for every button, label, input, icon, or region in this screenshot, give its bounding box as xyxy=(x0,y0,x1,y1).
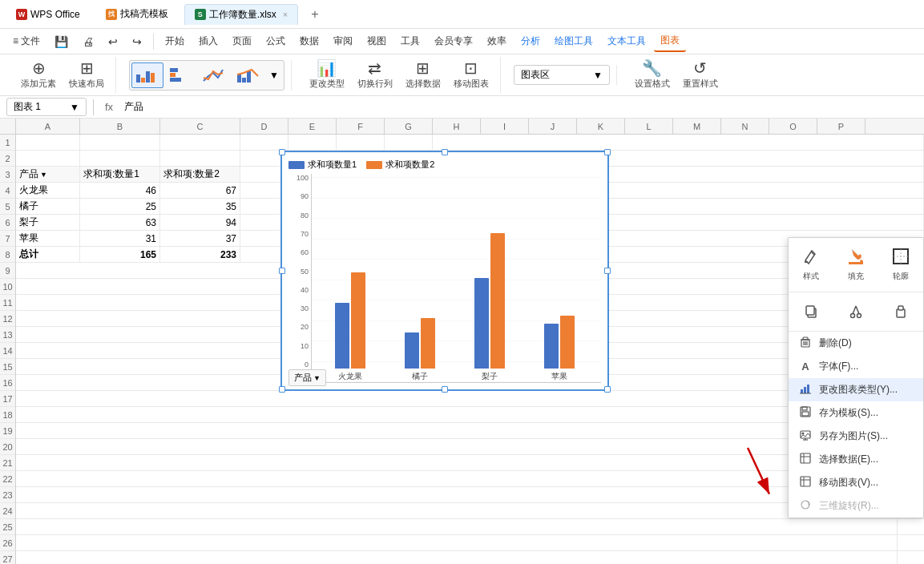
col-header-k[interactable]: K xyxy=(577,119,625,134)
cell-c6[interactable]: 94 xyxy=(160,215,240,230)
menu-print-icon[interactable]: 🖨 xyxy=(76,32,100,51)
row-header-26[interactable]: 26 xyxy=(0,535,15,551)
handle-tm[interactable] xyxy=(442,149,448,155)
col-header-d[interactable]: D xyxy=(240,119,288,134)
col-header-e[interactable]: E xyxy=(288,119,337,134)
empty-row-24[interactable] xyxy=(16,503,898,518)
handle-tr[interactable] xyxy=(604,149,611,155)
menu-data[interactable]: 数据 xyxy=(293,31,325,51)
context-font[interactable]: A 字体(F)... xyxy=(789,355,923,378)
empty-row-26[interactable] xyxy=(16,535,898,550)
tab-close-icon[interactable]: × xyxy=(283,10,288,19)
cell-a4[interactable]: 火龙果 xyxy=(16,183,80,198)
row-header-9[interactable]: 9 xyxy=(0,263,15,279)
cell-a6[interactable]: 梨子 xyxy=(16,215,80,230)
row-header-25[interactable]: 25 xyxy=(0,519,15,535)
cell-c8[interactable]: 233 xyxy=(160,247,240,262)
chart-type-bar2[interactable] xyxy=(165,62,197,88)
row-header-7[interactable]: 7 xyxy=(0,231,15,247)
cell-c2[interactable] xyxy=(160,151,240,166)
cell-a7[interactable]: 苹果 xyxy=(16,231,80,246)
handle-ml[interactable] xyxy=(279,268,285,274)
row-header-18[interactable]: 18 xyxy=(0,407,15,423)
menu-insert[interactable]: 插入 xyxy=(192,31,224,51)
cell-c3[interactable]: 求和项:数量2 xyxy=(160,167,240,182)
col-header-f[interactable]: F xyxy=(337,119,385,134)
cut-icon-btn[interactable] xyxy=(843,299,869,324)
tab-add-button[interactable]: + xyxy=(305,4,325,25)
cell-c7[interactable]: 37 xyxy=(160,231,240,246)
menu-text-tool[interactable]: 文本工具 xyxy=(601,31,652,51)
context-save-template[interactable]: 存为模板(S)... xyxy=(789,401,923,425)
context-change-type[interactable]: 更改图表类型(Y)... xyxy=(789,378,923,401)
col-header-h[interactable]: H xyxy=(433,119,481,134)
empty-row-27[interactable] xyxy=(16,551,898,564)
chart-type-dropdown-arrow[interactable]: ▼ xyxy=(266,70,282,81)
menu-page[interactable]: 页面 xyxy=(226,31,258,51)
handle-br[interactable] xyxy=(604,386,611,393)
cell-f1[interactable] xyxy=(337,135,385,150)
col-header-p[interactable]: P xyxy=(817,119,865,134)
col-header-i[interactable]: I xyxy=(481,119,529,134)
row-header-5[interactable]: 5 xyxy=(0,199,15,215)
fill-button[interactable]: 填充 xyxy=(841,244,871,285)
select-data-button[interactable]: ⊞ 选择数据 xyxy=(401,57,446,93)
cell-b5[interactable]: 25 xyxy=(80,199,160,214)
menu-undo-icon[interactable]: ↩ xyxy=(102,32,124,51)
col-header-b[interactable]: B xyxy=(80,119,160,134)
move-chart-button[interactable]: ⊡ 移动图表 xyxy=(449,57,494,93)
menu-hamburger[interactable]: ≡ 文件 xyxy=(6,31,46,51)
menu-efficiency[interactable]: 效率 xyxy=(481,31,513,51)
row-header-11[interactable]: 11 xyxy=(0,295,15,311)
chart-type-mixed[interactable] xyxy=(232,62,264,88)
menu-tools[interactable]: 工具 xyxy=(394,31,426,51)
row-header-20[interactable]: 20 xyxy=(0,439,15,455)
row-header-2[interactable]: 2 xyxy=(0,151,15,167)
quick-layout-button[interactable]: ⊞ 快速布局 xyxy=(64,57,109,93)
chart-area-dropdown[interactable]: 图表区 ▼ xyxy=(514,65,610,85)
col-header-j[interactable]: J xyxy=(529,119,577,134)
cell-b2[interactable] xyxy=(80,151,160,166)
chart-type-selector[interactable]: ▼ xyxy=(129,60,284,91)
row-header-1[interactable]: 1 xyxy=(0,135,15,151)
handle-bm[interactable] xyxy=(442,386,448,393)
col-header-n[interactable]: N xyxy=(721,119,769,134)
empty-row-25[interactable] xyxy=(16,519,898,534)
change-type-button[interactable]: 📊 更改类型 xyxy=(305,57,349,93)
handle-tl[interactable] xyxy=(279,149,285,155)
cell-c4[interactable]: 67 xyxy=(160,183,240,198)
row-header-27[interactable]: 27 xyxy=(0,551,15,564)
row-header-21[interactable]: 21 xyxy=(0,455,15,471)
chart-container[interactable]: 求和项数量1 求和项数量2 0 xyxy=(280,151,609,391)
handle-bl[interactable] xyxy=(279,386,285,393)
tab-search[interactable]: 找 找稿壳模板 xyxy=(96,4,178,24)
set-format-button[interactable]: 🔧 设置格式 xyxy=(630,57,675,93)
cell-b4[interactable]: 46 xyxy=(80,183,160,198)
context-select-data[interactable]: 选择数据(E)... xyxy=(789,448,923,471)
cell-a1[interactable] xyxy=(16,135,80,150)
cell-b8[interactable]: 165 xyxy=(80,247,160,262)
cell-b3[interactable]: 求和项:数量1 xyxy=(80,167,160,182)
cell-b7[interactable]: 31 xyxy=(80,231,160,246)
chart-type-bar[interactable] xyxy=(131,62,163,88)
cell-reference[interactable]: 图表 1 ▼ xyxy=(6,98,87,116)
switch-row-col-button[interactable]: ⇄ 切换行列 xyxy=(353,57,397,93)
col-header-l[interactable]: L xyxy=(625,119,673,134)
chart-filter[interactable]: 产品 ▼ xyxy=(288,369,326,386)
cell-a2[interactable] xyxy=(16,151,80,166)
menu-analyze[interactable]: 分析 xyxy=(514,31,547,51)
row-header-17[interactable]: 17 xyxy=(0,391,15,407)
cell-b6[interactable]: 63 xyxy=(80,215,160,230)
row-header-6[interactable]: 6 xyxy=(0,215,15,231)
add-element-button[interactable]: ⊕ 添加元素 xyxy=(16,57,61,93)
cell-h1[interactable] xyxy=(433,135,924,150)
paste-icon-btn[interactable] xyxy=(888,299,914,324)
menu-view[interactable]: 视图 xyxy=(361,31,393,51)
chart-type-line[interactable] xyxy=(199,62,231,88)
row-header-4[interactable]: 4 xyxy=(0,183,15,199)
border-button[interactable]: 轮廓 xyxy=(886,244,916,285)
row-header-13[interactable]: 13 xyxy=(0,327,15,343)
context-move-chart[interactable]: 移动图表(V)... xyxy=(789,471,923,494)
menu-chart-tool[interactable]: 图表 xyxy=(654,30,686,52)
cell-b1[interactable] xyxy=(80,135,160,150)
